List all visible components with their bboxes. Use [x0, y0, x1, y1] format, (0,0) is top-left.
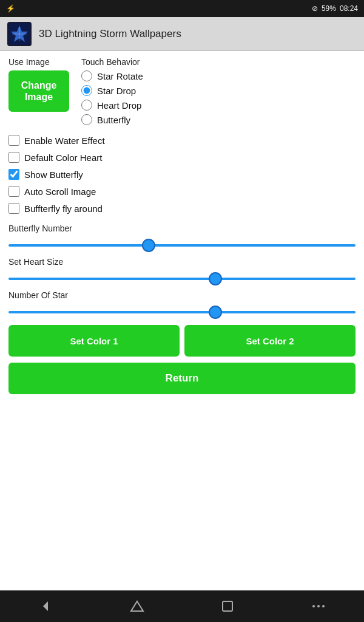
slider-label-butterfly-number: Butterfly Number [8, 224, 356, 233]
checkbox-label-auto-scroll-image: Auto Scroll Image [24, 186, 96, 197]
status-right: ⊘ 59% 08:24 [312, 4, 358, 13]
checkbox-auto-scroll-image[interactable] [8, 186, 19, 197]
slider-butterfly-number[interactable] [8, 244, 356, 247]
checkbox-item-default-color-heart[interactable]: Default Color Heart [8, 152, 356, 163]
checkbox-label-show-butterfly: Show Butterfly [24, 169, 83, 180]
slider-section-set-heart-size: Set Heart Size [8, 257, 356, 282]
slider-section-butterfly-number: Butterfly Number [8, 224, 356, 248]
checkbox-default-color-heart[interactable] [8, 152, 19, 163]
nav-back-button[interactable] [38, 599, 53, 613]
checkbox-item-auto-scroll-image[interactable]: Auto Scroll Image [8, 186, 356, 197]
touch-behavior-radio-group: Star Rotate Star Drop Heart Drop Butterf… [81, 70, 143, 125]
slider-number-of-star[interactable] [8, 311, 356, 313]
checkboxes-section: Enable Water Effect Default Color Heart … [8, 135, 356, 214]
app-bar: 3D Lightning Storm Wallpapers [0, 17, 364, 51]
radio-label-butterfly: Butterfly [97, 115, 130, 125]
checkbox-item-enable-water-effect[interactable]: Enable Water Effect [8, 135, 356, 146]
top-section: Use Image Change Image Touch Behavior St… [8, 57, 356, 125]
checkbox-item-show-butterfly[interactable]: Show Butterfly [8, 169, 356, 180]
radio-heart-drop[interactable] [81, 100, 92, 111]
bottom-buttons: Set Color 1 Set Color 2 [8, 325, 356, 357]
radio-star-drop[interactable] [81, 85, 92, 96]
radio-label-heart-drop: Heart Drop [97, 100, 141, 111]
time-text: 08:24 [340, 4, 358, 13]
status-left: ⚡ [6, 4, 15, 13]
set-color-1-button[interactable]: Set Color 1 [8, 325, 180, 357]
use-image-label: Use Image [8, 57, 69, 67]
slider-label-set-heart-size: Set Heart Size [8, 257, 356, 267]
radio-star-rotate[interactable] [81, 70, 92, 81]
app-icon [7, 22, 32, 46]
do-not-disturb-icon: ⊘ [312, 4, 318, 13]
svg-point-8 [317, 605, 320, 607]
nav-home-button[interactable] [130, 599, 144, 613]
app-title: 3D Lightning Storm Wallpapers [39, 28, 181, 40]
nav-bar [0, 590, 364, 622]
slider-section-number-of-star: Number Of Star [8, 290, 356, 315]
nav-recents-button[interactable] [221, 600, 234, 613]
checkbox-item-buffterfly-fly-around[interactable]: Buffterfly fly around [8, 203, 356, 214]
radio-butterfly[interactable] [81, 114, 92, 125]
svg-point-7 [312, 605, 315, 607]
return-button[interactable]: Return [8, 363, 356, 394]
radio-item-star-rotate[interactable]: Star Rotate [81, 70, 143, 81]
battery-text: 59% [322, 4, 336, 13]
main-content: Use Image Change Image Touch Behavior St… [0, 51, 364, 590]
nav-more-button[interactable] [311, 602, 326, 610]
radio-label-star-drop: Star Drop [97, 86, 136, 96]
change-image-button[interactable]: Change Image [8, 70, 69, 112]
radio-item-heart-drop[interactable]: Heart Drop [81, 100, 143, 111]
radio-label-star-rotate: Star Rotate [97, 71, 143, 81]
slider-set-heart-size[interactable] [8, 278, 356, 280]
usb-icon: ⚡ [6, 4, 15, 13]
set-color-2-button[interactable]: Set Color 2 [184, 325, 356, 357]
svg-point-9 [322, 605, 325, 607]
checkbox-show-butterfly[interactable] [8, 169, 19, 180]
status-bar: ⚡ ⊘ 59% 08:24 [0, 0, 364, 17]
radio-item-star-drop[interactable]: Star Drop [81, 85, 143, 96]
touch-behavior-label: Touch Behavior [81, 57, 143, 67]
checkbox-enable-water-effect[interactable] [8, 135, 19, 146]
svg-marker-5 [131, 601, 143, 611]
radio-item-butterfly[interactable]: Butterfly [81, 114, 143, 125]
checkbox-label-default-color-heart: Default Color Heart [24, 152, 102, 163]
checkbox-label-enable-water-effect: Enable Water Effect [24, 135, 105, 146]
svg-marker-4 [43, 601, 48, 611]
checkbox-buffterfly-fly-around[interactable] [8, 203, 19, 214]
slider-label-number-of-star: Number Of Star [8, 290, 356, 300]
checkbox-label-buffterfly-fly-around: Buffterfly fly around [24, 203, 103, 214]
touch-behavior-section: Touch Behavior Star Rotate Star Drop Hea… [81, 57, 143, 125]
use-image-section: Use Image Change Image [8, 57, 69, 125]
svg-rect-6 [223, 601, 232, 611]
